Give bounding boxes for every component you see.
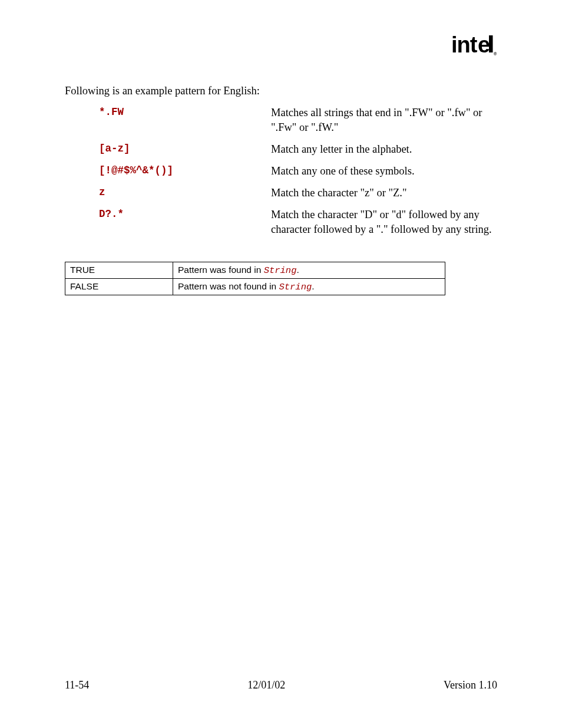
pattern-code: [a-z] — [99, 142, 271, 157]
table-row: FALSE Pattern was not found in String. — [65, 278, 445, 295]
svg-text:®: ® — [494, 52, 497, 56]
desc-suffix: . — [312, 281, 314, 291]
pattern-row: [a-z] Match any letter in the alphabet. — [99, 142, 497, 157]
pattern-list: *.FW Matches all strings that end in ".F… — [65, 106, 497, 237]
result-description: Pattern was not found in String. — [173, 278, 445, 295]
pattern-code: *.FW — [99, 106, 271, 135]
pattern-description: Match the character "D" or "d" followed … — [271, 207, 497, 237]
page-footer: 11-54 12/01/02 Version 1.10 — [65, 679, 497, 691]
result-description: Pattern was found in String. — [173, 262, 445, 278]
svg-text:int: int — [451, 34, 478, 57]
footer-right: Version 1.10 — [444, 679, 497, 691]
pattern-description: Match the character "z" or "Z." — [271, 186, 497, 200]
pattern-description: Match any one of these symbols. — [271, 164, 497, 179]
footer-left: 11-54 — [65, 679, 89, 691]
inline-code: String — [264, 265, 297, 276]
pattern-row: z Match the character "z" or "Z." — [99, 186, 497, 200]
table-row: TRUE Pattern was found in String. — [65, 262, 445, 278]
pattern-description: Match any letter in the alphabet. — [271, 142, 497, 157]
pattern-code: [!@#$%^&*()] — [99, 164, 271, 179]
footer-center: 12/01/02 — [247, 679, 285, 691]
desc-prefix: Pattern was found in — [178, 265, 264, 275]
result-label: FALSE — [65, 278, 173, 295]
pattern-code: D?.* — [99, 207, 271, 237]
pattern-description: Matches all strings that end in ".FW" or… — [271, 106, 497, 135]
svg-rect-2 — [489, 35, 493, 52]
intro-text: Following is an example pattern for Engl… — [65, 85, 497, 97]
pattern-code: z — [99, 186, 271, 200]
pattern-row: *.FW Matches all strings that end in ".F… — [99, 106, 497, 135]
pattern-row: [!@#$%^&*()] Match any one of these symb… — [99, 164, 497, 179]
pattern-row: D?.* Match the character "D" or "d" foll… — [99, 207, 497, 237]
desc-suffix: . — [296, 265, 299, 275]
inline-code: String — [279, 282, 312, 292]
intel-logo: int e ® — [451, 34, 498, 64]
result-table: TRUE Pattern was found in String. FALSE … — [65, 262, 445, 295]
svg-text:e: e — [478, 34, 490, 57]
page-content: Following is an example pattern for Engl… — [65, 35, 497, 295]
result-label: TRUE — [65, 262, 173, 278]
desc-prefix: Pattern was not found in — [178, 281, 279, 291]
